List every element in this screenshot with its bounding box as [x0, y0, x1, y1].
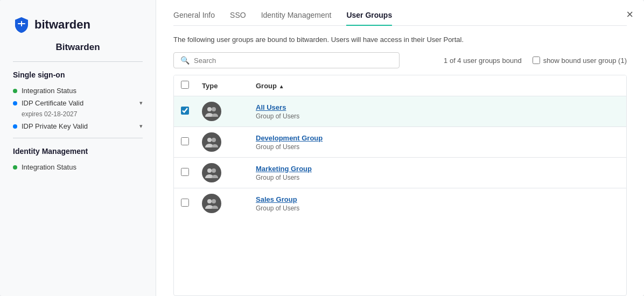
- svg-point-7: [212, 199, 216, 203]
- toolbar: 🔍 1 of 4 user groups bound show bound us…: [173, 52, 627, 68]
- tab-bar: General Info SSO Identity Management Use…: [173, 11, 627, 26]
- row-checkbox[interactable]: [181, 137, 189, 145]
- group-name[interactable]: Development Group: [256, 134, 620, 142]
- sort-arrow-icon: ▲: [279, 83, 284, 89]
- row-type-cell: [195, 158, 249, 188]
- status-dot-green: [13, 89, 17, 93]
- show-bound-checkbox[interactable]: [533, 57, 540, 64]
- search-icon: 🔍: [180, 56, 190, 65]
- group-name[interactable]: All Users: [256, 103, 620, 111]
- chevron-down-icon: ▾: [139, 100, 143, 107]
- tab-general-info[interactable]: General Info: [173, 11, 215, 26]
- row-type-cell: [195, 96, 249, 127]
- sidebar-item-label: Integration Status: [22, 87, 143, 95]
- logo-text: bitwarden: [34, 18, 90, 32]
- tab-user-groups[interactable]: User Groups: [346, 11, 392, 26]
- row-group-cell: Marketing Group Group of Users: [249, 158, 626, 188]
- group-avatar: [202, 132, 221, 152]
- chevron-down-icon-2: ▾: [139, 123, 143, 130]
- sidebar-item-idp-cert[interactable]: IDP Certificate Valid ▾: [13, 97, 143, 109]
- group-type: Group of Users: [256, 174, 620, 181]
- row-checkbox[interactable]: [181, 168, 189, 176]
- svg-point-0: [207, 107, 212, 111]
- group-avatar: [202, 163, 221, 182]
- row-checkbox[interactable]: [181, 199, 189, 207]
- search-box: 🔍: [173, 52, 400, 68]
- sidebar-item-label: IDP Private Key Valid: [22, 122, 135, 130]
- search-input[interactable]: [194, 57, 393, 65]
- svg-point-5: [212, 168, 216, 173]
- table-row: All Users Group of Users: [174, 96, 626, 127]
- svg-point-4: [207, 168, 212, 173]
- sidebar-divider-2: [13, 138, 143, 138]
- group-users-icon: [204, 196, 219, 211]
- cert-expiry: expires 02-18-2027: [13, 110, 143, 118]
- status-dot-green-2: [13, 165, 17, 170]
- close-button[interactable]: ×: [626, 9, 633, 20]
- groups-table: Type Group ▲: [174, 75, 626, 219]
- sso-section-title: Single sign-on: [13, 71, 143, 79]
- row-group-cell: Development Group Group of Users: [249, 127, 626, 158]
- identity-section-title: Identity Management: [13, 147, 143, 156]
- row-type-cell: [195, 127, 249, 158]
- svg-point-3: [212, 138, 216, 142]
- row-checkbox-cell: [174, 127, 195, 158]
- tab-identity-management[interactable]: Identity Management: [261, 11, 332, 26]
- table-header-row: Type Group ▲: [174, 75, 626, 96]
- row-checkbox-cell: [174, 158, 195, 188]
- tab-sso[interactable]: SSO: [230, 11, 246, 26]
- group-type: Group of Users: [256, 112, 620, 120]
- sidebar-title: Bitwarden: [13, 42, 143, 53]
- group-users-icon: [204, 104, 219, 119]
- row-checkbox-cell: [174, 188, 195, 219]
- sidebar-item-label: IDP Certificate Valid: [22, 99, 135, 107]
- group-name[interactable]: Marketing Group: [256, 165, 620, 173]
- table-row: Development Group Group of Users: [174, 127, 626, 158]
- svg-point-1: [212, 107, 216, 111]
- status-dot-blue: [13, 101, 17, 105]
- table-row: Marketing Group Group of Users: [174, 158, 626, 188]
- svg-point-2: [207, 138, 212, 142]
- group-avatar: [202, 194, 221, 213]
- group-name[interactable]: Sales Group: [256, 195, 620, 203]
- row-checkbox-cell: [174, 96, 195, 127]
- group-type: Group of Users: [256, 205, 620, 212]
- modal: × bitwarden Bitwarden Single sign-on Int…: [0, 0, 644, 296]
- group-info: All Users Group of Users: [256, 103, 620, 120]
- row-group-cell: Sales Group Group of Users: [249, 188, 626, 219]
- sidebar-item-idp-key[interactable]: IDP Private Key Valid ▾: [13, 120, 143, 132]
- bound-count: 1 of 4 user groups bound: [444, 57, 522, 65]
- group-info: Sales Group Group of Users: [256, 195, 620, 212]
- svg-point-6: [207, 199, 212, 203]
- row-group-cell: All Users Group of Users: [249, 96, 626, 127]
- sidebar-item-label-2: Integration Status: [22, 163, 143, 171]
- th-type: Type: [195, 75, 249, 96]
- groups-table-container: Type Group ▲: [173, 75, 627, 296]
- row-type-cell: [195, 188, 249, 219]
- group-avatar: [202, 102, 221, 121]
- group-info: Marketing Group Group of Users: [256, 165, 620, 181]
- logo-icon: [13, 16, 30, 33]
- sidebar-item-identity-status[interactable]: Integration Status: [13, 161, 143, 173]
- logo: bitwarden: [13, 16, 143, 33]
- group-type: Group of Users: [256, 143, 620, 151]
- sidebar: bitwarden Bitwarden Single sign-on Integ…: [0, 0, 156, 296]
- sidebar-divider: [13, 61, 143, 62]
- th-select-all: [174, 75, 195, 96]
- show-bound-text: show bound user group (1): [543, 57, 627, 65]
- group-info: Development Group Group of Users: [256, 134, 620, 151]
- table-body: All Users Group of Users: [174, 96, 626, 219]
- main-content: General Info SSO Identity Management Use…: [156, 0, 644, 296]
- row-checkbox[interactable]: [181, 107, 189, 115]
- table-row: Sales Group Group of Users: [174, 188, 626, 219]
- page-description: The following user groups are bound to b…: [173, 36, 627, 44]
- group-users-icon: [204, 135, 219, 150]
- th-group[interactable]: Group ▲: [249, 75, 626, 96]
- show-bound-label[interactable]: show bound user group (1): [533, 57, 627, 65]
- sidebar-item-integration-status[interactable]: Integration Status: [13, 84, 143, 97]
- group-users-icon: [204, 165, 219, 180]
- select-all-checkbox[interactable]: [181, 81, 189, 89]
- status-dot-blue-2: [13, 124, 17, 129]
